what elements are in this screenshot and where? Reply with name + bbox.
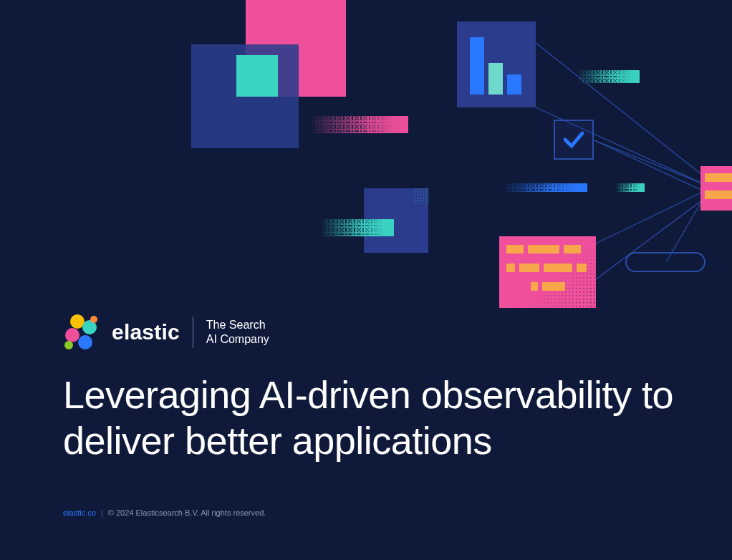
svg-point-3 (78, 335, 92, 349)
tagline-line-1: The Search (206, 318, 269, 332)
scatter-bar-pink (312, 116, 408, 133)
scatter-bar-teal (322, 219, 394, 236)
checkmark-icon (554, 120, 594, 160)
footer: elastic.co | © 2024 Elasticsearch B.V. A… (63, 508, 266, 517)
svg-point-4 (64, 341, 73, 349)
brand-lockup: elastic The Search AI Company (63, 314, 269, 351)
footer-link[interactable]: elastic.co (63, 508, 96, 517)
svg-point-2 (65, 328, 80, 342)
hero-illustration (0, 0, 732, 560)
data-card-icon (499, 236, 596, 308)
footer-copyright: © 2024 Elasticsearch B.V. All rights res… (108, 508, 266, 517)
bar-chart-icon (457, 21, 536, 107)
brand-divider (193, 317, 193, 348)
svg-point-5 (90, 316, 97, 323)
square-teal-small (236, 55, 278, 97)
footer-separator: | (101, 508, 103, 517)
scatter-bar-blue (505, 183, 587, 192)
edge-card-icon (700, 166, 732, 211)
brand-tagline: The Search AI Company (206, 318, 269, 347)
svg-point-0 (70, 314, 85, 329)
scatter-bar-teal-3 (616, 183, 645, 192)
brand-wordmark: elastic (112, 320, 180, 344)
elastic-logo-icon (63, 314, 99, 351)
page-title: Leveraging AI-driven observability to de… (63, 372, 689, 463)
pill-outline-icon (625, 252, 705, 272)
tagline-line-2: AI Company (206, 332, 269, 347)
scatter-bar-teal-2 (579, 70, 640, 83)
